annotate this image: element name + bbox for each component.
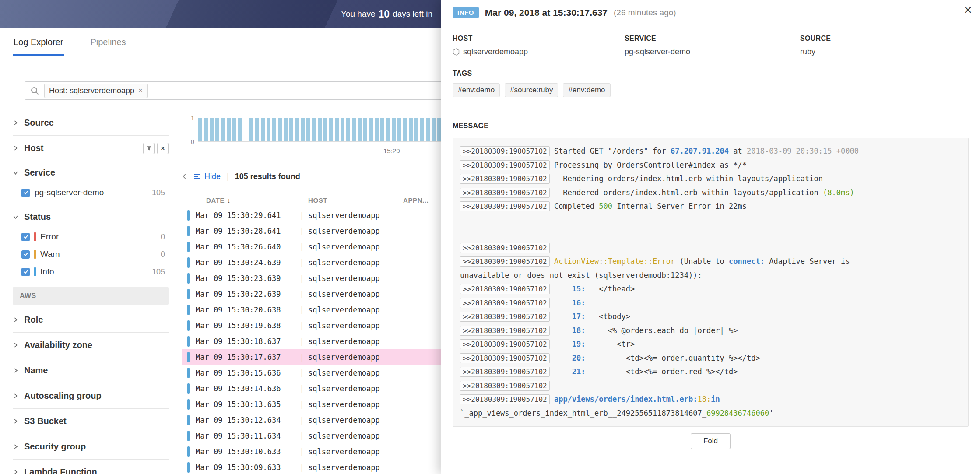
- histogram-bar[interactable]: [403, 118, 407, 141]
- log-timestamp-token[interactable]: >>20180309:190057102: [460, 146, 550, 156]
- facet-service[interactable]: Service: [13, 161, 169, 184]
- host-value[interactable]: sqlserverdemoapp: [463, 47, 528, 56]
- log-timestamp-token[interactable]: >>20180309:190057102: [460, 353, 550, 363]
- facet-item-info[interactable]: Info105: [13, 263, 169, 281]
- facet-role[interactable]: Role: [13, 307, 169, 333]
- log-timestamp-token[interactable]: >>20180309:190057102: [460, 201, 550, 211]
- log-timestamp-token[interactable]: >>20180309:190057102: [460, 174, 550, 184]
- log-timestamp-token[interactable]: >>20180309:190057102: [460, 160, 550, 170]
- histogram-bar[interactable]: [318, 118, 322, 141]
- histogram-bar[interactable]: [238, 118, 242, 141]
- log-timestamp-token[interactable]: >>20180309:190057102: [460, 188, 550, 198]
- facet-filter-icon[interactable]: [143, 143, 155, 154]
- facet-source[interactable]: Source: [13, 110, 169, 136]
- histogram-bar[interactable]: [289, 118, 293, 141]
- histogram-bar[interactable]: [323, 118, 327, 141]
- facet-item-error[interactable]: Error0: [13, 228, 169, 246]
- checkbox-checked[interactable]: [21, 233, 30, 241]
- facet-lambda-function[interactable]: Lambda Function: [13, 460, 169, 474]
- facet-autoscaling-group[interactable]: Autoscaling group: [13, 383, 169, 409]
- close-icon[interactable]: ×: [964, 3, 972, 17]
- facet-exclude-icon[interactable]: ×: [157, 143, 169, 154]
- log-timestamp-token[interactable]: >>20180309:190057102: [460, 367, 550, 377]
- log-timestamp-token[interactable]: >>20180309:190057102: [460, 381, 550, 391]
- histogram-bar[interactable]: [301, 118, 305, 141]
- histogram-bar[interactable]: [358, 118, 362, 141]
- histogram-bar[interactable]: [249, 118, 253, 141]
- facet-security-group[interactable]: Security group: [13, 434, 169, 460]
- histogram-bar[interactable]: [215, 118, 219, 141]
- log-timestamp-token[interactable]: >>20180309:190057102: [460, 394, 550, 404]
- facet-label: Status: [24, 212, 51, 222]
- tab-pipelines[interactable]: Pipelines: [90, 28, 126, 56]
- facet-status[interactable]: Status: [13, 205, 169, 228]
- tab-log-explorer[interactable]: Log Explorer: [14, 28, 63, 56]
- log-timestamp-token[interactable]: >>20180309:190057102: [460, 243, 550, 253]
- histogram-bar[interactable]: [369, 118, 373, 141]
- column-header-host[interactable]: HOST: [308, 197, 403, 204]
- histogram-bar[interactable]: [363, 118, 367, 141]
- histogram-bar[interactable]: [426, 118, 430, 141]
- histogram-bar[interactable]: [295, 118, 299, 141]
- checkbox-checked[interactable]: [21, 189, 30, 197]
- facet-item-pg-sqlserver-demo[interactable]: pg-sqlserver-demo105: [13, 184, 169, 201]
- column-header-date[interactable]: DATE ↓: [206, 197, 308, 204]
- checkbox-checked[interactable]: [21, 268, 30, 276]
- histogram-bar[interactable]: [278, 118, 282, 141]
- histogram-bar[interactable]: [255, 118, 259, 141]
- histogram-bar[interactable]: [312, 118, 316, 141]
- filter-chip-remove-icon[interactable]: ×: [138, 86, 143, 95]
- histogram-bar[interactable]: [432, 118, 436, 141]
- facet-name[interactable]: Name: [13, 358, 169, 383]
- tag-chip[interactable]: #source:ruby: [505, 83, 558, 97]
- search-filter-chip[interactable]: Host: sqlserverdemoapp ×: [44, 84, 148, 98]
- histogram-bar[interactable]: [306, 118, 310, 141]
- tag-chip[interactable]: #env:demo: [453, 83, 500, 97]
- facet-host[interactable]: Host×: [13, 136, 169, 161]
- log-timestamp-token[interactable]: >>20180309:190057102: [460, 339, 550, 349]
- column-separator: |: [295, 274, 308, 283]
- histogram-bar[interactable]: [352, 118, 356, 141]
- log-timestamp-token[interactable]: >>20180309:190057102: [460, 256, 550, 267]
- service-value[interactable]: pg-sqlserver-demo: [625, 47, 800, 56]
- histogram-bar[interactable]: [380, 118, 384, 141]
- histogram-bar[interactable]: [329, 118, 333, 141]
- histogram-bar[interactable]: [210, 118, 214, 141]
- fold-button[interactable]: Fold: [691, 433, 731, 449]
- column-header-appname[interactable]: APPN...: [403, 197, 443, 204]
- histogram-bar[interactable]: [284, 118, 288, 141]
- checkbox-checked[interactable]: [21, 250, 30, 259]
- histogram-bar[interactable]: [414, 118, 418, 141]
- histogram-bar[interactable]: [335, 118, 339, 141]
- tag-chip[interactable]: #env:demo: [563, 83, 610, 97]
- facet-item-warn[interactable]: Warn0: [13, 246, 169, 263]
- hide-graph-button[interactable]: Hide: [193, 172, 221, 181]
- histogram-bar[interactable]: [437, 118, 441, 141]
- histogram-bar[interactable]: [267, 118, 270, 141]
- histogram-bar[interactable]: [409, 118, 413, 141]
- histogram-bar[interactable]: [392, 118, 396, 141]
- histogram-bar[interactable]: [341, 118, 344, 141]
- collapse-left-icon[interactable]: [182, 173, 187, 179]
- log-timestamp-token[interactable]: >>20180309:190057102: [460, 284, 550, 294]
- histogram-bar[interactable]: [272, 118, 276, 141]
- histogram-bar[interactable]: [198, 118, 202, 141]
- histogram-bar[interactable]: [261, 118, 265, 141]
- source-value[interactable]: ruby: [800, 47, 969, 56]
- log-timestamp-token[interactable]: >>20180309:190057102: [460, 312, 550, 322]
- histogram-bar[interactable]: [397, 118, 401, 141]
- histogram-bar[interactable]: [232, 118, 236, 141]
- facet-s3-bucket[interactable]: S3 Bucket: [13, 409, 169, 434]
- histogram-bar[interactable]: [375, 118, 379, 141]
- log-timestamp-token[interactable]: >>20180309:190057102: [460, 298, 550, 308]
- histogram-bar[interactable]: [420, 118, 424, 141]
- log-timestamp-token[interactable]: >>20180309:190057102: [460, 326, 550, 336]
- facet-availability-zone[interactable]: Availability zone: [13, 333, 169, 358]
- histogram-bar[interactable]: [346, 118, 350, 141]
- histogram-bar[interactable]: [204, 118, 208, 141]
- search-bar[interactable]: Host: sqlserverdemoapp ×: [25, 81, 506, 100]
- histogram-bar[interactable]: [386, 118, 390, 141]
- histogram-bar[interactable]: [221, 118, 225, 141]
- histogram-bar[interactable]: [227, 118, 231, 141]
- histogram-bar[interactable]: [244, 118, 248, 141]
